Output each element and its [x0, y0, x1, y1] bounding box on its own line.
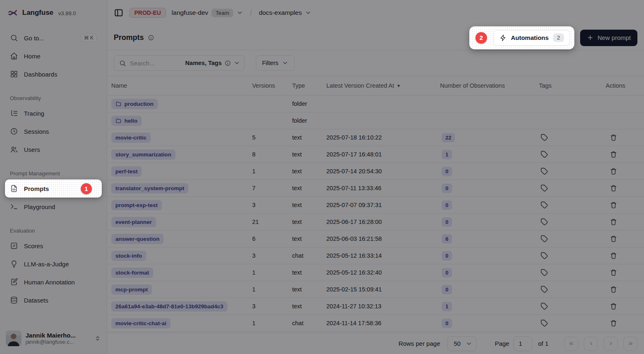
new-prompt-button[interactable]: New prompt — [580, 30, 637, 46]
table-row[interactable]: 26a61a94-e3ab-48d7-81e0-13b929bad4c3 3 t… — [107, 298, 644, 315]
search-input[interactable] — [130, 60, 182, 67]
table-row[interactable]: stock-info 3 chat 2025-05-12 16:33:14 0 — [107, 247, 644, 264]
page-number-input[interactable] — [513, 336, 532, 351]
prompt-name-badge[interactable]: story_summarization — [111, 149, 176, 160]
column-header-name[interactable]: Name — [111, 82, 252, 89]
automations-button[interactable]: Automations 2 — [494, 30, 570, 46]
prompt-name-badge[interactable]: answer-question — [111, 234, 164, 244]
delete-prompt-button[interactable] — [609, 184, 618, 193]
last-page-button[interactable] — [623, 337, 637, 351]
table-row[interactable]: stock-format 1 text 2025-05-12 16:32:40 … — [107, 264, 644, 281]
sidebar-item-home[interactable]: Home — [5, 47, 102, 65]
sidebar-item-llm-as-a-judge[interactable]: LLM-as-a-Judge — [5, 255, 102, 273]
sidebar-toggle-icon[interactable] — [114, 8, 124, 18]
column-header-created-at[interactable]: Latest Version Created At ▼ — [326, 82, 440, 89]
add-tag-button[interactable] — [540, 200, 549, 210]
add-tag-button[interactable] — [540, 234, 549, 243]
add-tag-button[interactable] — [540, 319, 549, 328]
delete-prompt-button[interactable] — [609, 319, 618, 328]
prompt-name-badge[interactable]: 26a61a94-e3ab-48d7-81e0-13b929bad4c3 — [111, 301, 227, 312]
project-selector[interactable]: docs-examples — [259, 9, 311, 16]
column-header-observations[interactable]: Number of Observations — [440, 82, 539, 89]
environment-badge[interactable]: PROD-EU — [129, 8, 166, 18]
add-tag-button[interactable] — [540, 268, 549, 277]
search-scope-dropdown[interactable]: Names, Tags — [185, 60, 240, 66]
rows-per-page-select[interactable]: 50 — [447, 336, 477, 351]
sidebar-item-datasets[interactable]: Datasets — [5, 291, 102, 309]
page-count-label: of 1 — [538, 340, 548, 347]
table-row[interactable]: movie-critic-chat-ai 1 chat 2024-11-14 1… — [107, 315, 644, 332]
sidebar-item-tracing[interactable]: Tracing — [5, 104, 102, 122]
prompt-name-badge[interactable]: perf-test — [111, 166, 142, 177]
home-icon — [10, 52, 18, 60]
delete-prompt-button[interactable] — [609, 234, 618, 243]
add-tag-button[interactable] — [540, 150, 549, 159]
table-row[interactable]: prompt-exp-test 3 text 2025-07-07 09:37:… — [107, 197, 644, 214]
add-tag-button[interactable] — [540, 167, 549, 176]
type-cell: chat — [292, 320, 326, 326]
prompt-name: answer-question — [115, 236, 159, 242]
sidebar-item-scores[interactable]: Scores — [5, 237, 102, 255]
table-row[interactable]: movie-critic 5 text 2025-07-18 16:10:22 … — [107, 129, 644, 146]
prompt-name-badge[interactable]: event-planner — [111, 217, 156, 227]
table-row[interactable]: event-planner 21 text 2025-06-17 16:28:0… — [107, 214, 644, 231]
lightbulb-icon — [10, 260, 18, 268]
prompt-name: event-planner — [115, 219, 152, 225]
table-row[interactable]: perf-test 1 text 2025-07-14 20:54:30 0 — [107, 163, 644, 180]
sidebar-item-human-annotation[interactable]: Human Annotation — [5, 273, 102, 291]
delete-prompt-button[interactable] — [609, 285, 618, 294]
sidebar-item-label: Users — [24, 146, 40, 153]
type-cell: text — [292, 219, 326, 225]
prompt-name-badge[interactable]: movie-critic-chat-ai — [111, 318, 171, 328]
prompt-name-badge[interactable]: hello — [111, 116, 142, 126]
delete-prompt-button[interactable] — [609, 167, 618, 176]
delete-prompt-button[interactable] — [609, 302, 618, 311]
type-cell: text — [292, 202, 326, 208]
sidebar-item-goto[interactable]: Go to... ⌘ K — [5, 29, 102, 47]
table-row[interactable]: translator_system-prompt 7 text 2025-07-… — [107, 180, 644, 197]
first-page-button[interactable] — [564, 337, 578, 351]
sidebar-item-playground[interactable]: Playground — [5, 198, 102, 216]
add-tag-button[interactable] — [540, 217, 549, 226]
add-tag-button[interactable] — [540, 285, 549, 294]
prompt-name-badge[interactable]: mcp-prompt — [111, 284, 152, 295]
prompt-name-badge[interactable]: prompt-exp-test — [111, 200, 162, 210]
prompt-name-badge[interactable]: movie-critic — [111, 133, 151, 143]
column-header-tags[interactable]: Tags — [539, 82, 606, 89]
prompt-name-badge[interactable]: production — [111, 99, 158, 109]
delete-prompt-button[interactable] — [609, 268, 618, 277]
tag-icon — [541, 134, 548, 141]
sidebar-item-sessions[interactable]: Sessions — [5, 122, 102, 140]
table-row[interactable]: mcp-prompt 1 text 2025-02-15 15:09:41 0 — [107, 281, 644, 298]
table-row[interactable]: story_summarization 8 text 2025-07-17 16… — [107, 146, 644, 163]
table-row[interactable]: production folder — [107, 95, 644, 112]
sidebar-item-label: Tracing — [24, 110, 44, 117]
table-row[interactable]: answer-question 6 text 2025-06-03 16:21:… — [107, 231, 644, 247]
column-header-versions[interactable]: Versions — [252, 82, 292, 89]
delete-prompt-button[interactable] — [609, 217, 618, 226]
next-page-button[interactable] — [604, 337, 618, 351]
prompt-name-badge[interactable]: stock-info — [111, 251, 146, 261]
prompt-name-badge[interactable]: translator_system-prompt — [111, 183, 188, 193]
add-tag-button[interactable] — [540, 302, 549, 311]
delete-prompt-button[interactable] — [609, 251, 618, 260]
versions-cell: 1 — [252, 168, 292, 175]
previous-page-button[interactable] — [584, 337, 598, 351]
delete-prompt-button[interactable] — [609, 150, 618, 159]
prompt-name-badge[interactable]: stock-format — [111, 268, 153, 278]
user-menu[interactable]: Jannik Maierho... jannik@langfuse.c... — [0, 326, 107, 354]
delete-prompt-button[interactable] — [609, 200, 618, 210]
info-icon[interactable] — [148, 35, 154, 41]
filters-button[interactable]: Filters — [256, 55, 295, 71]
add-tag-button[interactable] — [540, 251, 549, 260]
table-row[interactable]: hello folder — [107, 112, 644, 129]
sidebar-item-users[interactable]: Users — [5, 140, 102, 158]
org-selector[interactable]: langfuse-dev Team — [172, 9, 244, 17]
sidebar-item-prompts[interactable]: Prompts 1 — [5, 179, 102, 198]
add-tag-button[interactable] — [540, 133, 549, 142]
add-tag-button[interactable] — [540, 184, 549, 193]
prompt-name: mcp-prompt — [115, 286, 148, 293]
sidebar-item-dashboards[interactable]: Dashboards — [5, 65, 102, 83]
delete-prompt-button[interactable] — [609, 133, 618, 142]
column-header-type[interactable]: Type — [292, 82, 326, 89]
